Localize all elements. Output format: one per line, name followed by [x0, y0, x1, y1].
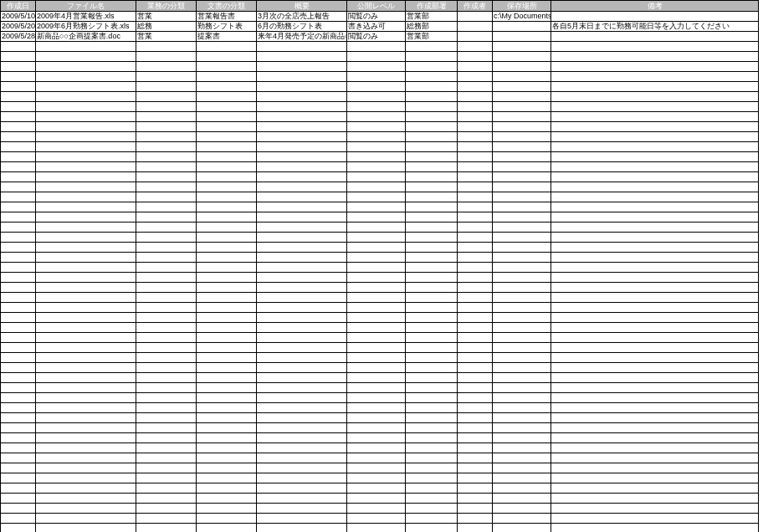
cell-author[interactable]	[458, 353, 493, 363]
cell-dcat[interactable]	[197, 373, 257, 383]
cell-file[interactable]	[36, 253, 136, 263]
cell-loc[interactable]	[493, 343, 551, 353]
cell-dcat[interactable]	[197, 363, 257, 373]
cell-author[interactable]	[458, 293, 493, 303]
cell-dept[interactable]	[406, 62, 458, 72]
cell-note[interactable]	[551, 353, 759, 363]
cell-file[interactable]	[36, 223, 136, 233]
cell-bcat[interactable]	[136, 273, 197, 283]
cell-date[interactable]	[1, 233, 36, 243]
cell-summary[interactable]	[257, 72, 347, 82]
cell-dcat[interactable]	[197, 383, 257, 393]
cell-date[interactable]	[1, 212, 36, 223]
cell-summary[interactable]	[257, 514, 347, 524]
cell-file[interactable]	[36, 483, 136, 494]
cell-dept[interactable]	[406, 483, 458, 494]
cell-date[interactable]	[1, 333, 36, 343]
cell-loc[interactable]	[493, 92, 551, 102]
cell-bcat[interactable]	[136, 293, 197, 303]
cell-note[interactable]	[551, 263, 759, 273]
cell-note[interactable]	[551, 233, 759, 243]
cell-author[interactable]	[458, 524, 493, 533]
cell-date[interactable]	[1, 162, 36, 172]
cell-author[interactable]	[458, 12, 493, 22]
cell-note[interactable]: 各自5月末日までに勤務可能日等を入力してください	[551, 22, 759, 32]
cell-author[interactable]	[458, 463, 493, 473]
cell-date[interactable]	[1, 182, 36, 192]
cell-dcat[interactable]	[197, 223, 257, 233]
cell-loc[interactable]	[493, 423, 551, 433]
cell-file[interactable]	[36, 353, 136, 363]
cell-dept[interactable]: 営業部	[406, 32, 458, 42]
cell-note[interactable]	[551, 243, 759, 253]
cell-date[interactable]	[1, 473, 36, 483]
cell-dept[interactable]	[406, 182, 458, 192]
cell-summary[interactable]	[257, 233, 347, 243]
cell-bcat[interactable]	[136, 192, 197, 202]
cell-summary[interactable]	[257, 202, 347, 212]
cell-level[interactable]	[347, 353, 406, 363]
cell-loc[interactable]	[493, 283, 551, 293]
cell-date[interactable]	[1, 283, 36, 293]
cell-dept[interactable]	[406, 293, 458, 303]
cell-note[interactable]	[551, 293, 759, 303]
cell-loc[interactable]	[493, 443, 551, 453]
cell-dcat[interactable]	[197, 313, 257, 323]
cell-date[interactable]	[1, 132, 36, 142]
cell-dept[interactable]	[406, 463, 458, 473]
cell-bcat[interactable]	[136, 202, 197, 212]
cell-date[interactable]	[1, 504, 36, 514]
cell-bcat[interactable]	[136, 473, 197, 483]
cell-note[interactable]	[551, 42, 759, 52]
cell-note[interactable]	[551, 323, 759, 333]
cell-dcat[interactable]	[197, 283, 257, 293]
cell-file[interactable]	[36, 82, 136, 92]
cell-note[interactable]	[551, 212, 759, 223]
cell-dept[interactable]	[406, 212, 458, 223]
cell-date[interactable]	[1, 353, 36, 363]
cell-dept[interactable]	[406, 142, 458, 152]
cell-author[interactable]	[458, 403, 493, 413]
cell-summary[interactable]	[257, 343, 347, 353]
cell-dcat[interactable]	[197, 152, 257, 162]
cell-dept[interactable]	[406, 443, 458, 453]
cell-note[interactable]	[551, 483, 759, 494]
cell-file[interactable]	[36, 383, 136, 393]
cell-summary[interactable]	[257, 483, 347, 494]
cell-note[interactable]	[551, 152, 759, 162]
cell-level[interactable]	[347, 42, 406, 52]
cell-level[interactable]	[347, 283, 406, 293]
cell-summary[interactable]	[257, 473, 347, 483]
cell-summary[interactable]: 来年4月発売予定の新商品○○	[257, 32, 347, 42]
cell-dept[interactable]	[406, 223, 458, 233]
cell-summary[interactable]	[257, 303, 347, 313]
cell-note[interactable]	[551, 52, 759, 62]
cell-bcat[interactable]	[136, 102, 197, 112]
cell-bcat[interactable]	[136, 243, 197, 253]
cell-bcat[interactable]: 総務	[136, 22, 197, 32]
cell-level[interactable]: 閲覧のみ	[347, 12, 406, 22]
cell-summary[interactable]	[257, 443, 347, 453]
cell-note[interactable]	[551, 202, 759, 212]
cell-level[interactable]	[347, 202, 406, 212]
cell-dept[interactable]	[406, 42, 458, 52]
cell-level[interactable]	[347, 323, 406, 333]
cell-bcat[interactable]	[136, 524, 197, 533]
cell-author[interactable]	[458, 263, 493, 273]
cell-file[interactable]	[36, 453, 136, 463]
cell-level[interactable]	[347, 333, 406, 343]
cell-loc[interactable]	[493, 473, 551, 483]
cell-loc[interactable]	[493, 192, 551, 202]
cell-loc[interactable]	[493, 102, 551, 112]
cell-dcat[interactable]	[197, 293, 257, 303]
cell-author[interactable]	[458, 22, 493, 32]
cell-date[interactable]	[1, 142, 36, 152]
cell-note[interactable]	[551, 122, 759, 132]
cell-summary[interactable]: 3月次の全店売上報告	[257, 12, 347, 22]
cell-dcat[interactable]	[197, 243, 257, 253]
cell-dcat[interactable]	[197, 323, 257, 333]
cell-file[interactable]	[36, 514, 136, 524]
cell-bcat[interactable]	[136, 253, 197, 263]
cell-note[interactable]	[551, 413, 759, 423]
cell-dcat[interactable]	[197, 263, 257, 273]
